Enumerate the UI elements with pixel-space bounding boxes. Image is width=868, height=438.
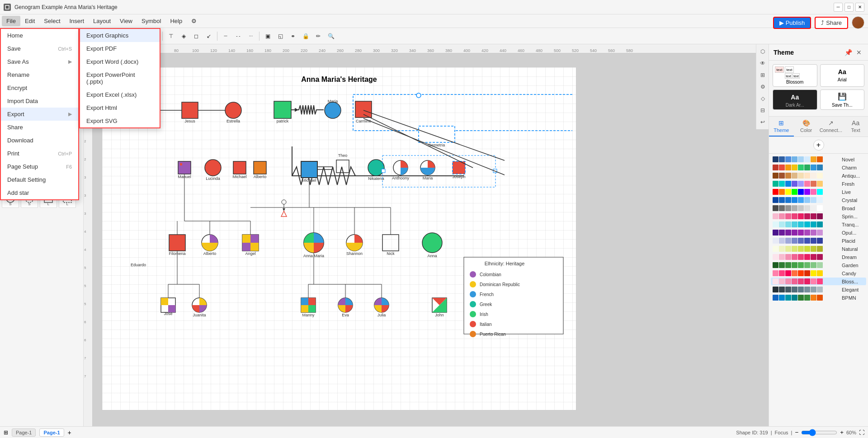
sidebar-icon-7[interactable]: ↩ bbox=[757, 117, 768, 127]
menu-file[interactable]: File bbox=[2, 16, 20, 26]
tab-text[interactable]: Aa Text bbox=[843, 117, 868, 137]
export-pdf[interactable]: Export PDF bbox=[80, 42, 160, 55]
search-btn[interactable]: 🔍 bbox=[325, 30, 337, 42]
minimize-btn[interactable]: ─ bbox=[834, 3, 843, 12]
shape2-btn[interactable]: ◱ bbox=[274, 30, 286, 42]
color-scheme-row[interactable]: Placid bbox=[771, 237, 866, 245]
page-grid-btn[interactable]: ⊞ bbox=[4, 429, 8, 436]
color-scheme-row[interactable]: Antiqu... bbox=[771, 172, 866, 179]
add-page-btn[interactable]: + bbox=[68, 429, 71, 436]
menu-rename[interactable]: Rename bbox=[1, 68, 78, 81]
menu-edit[interactable]: Edit bbox=[20, 16, 39, 26]
color-scheme-row[interactable]: Sprin... bbox=[771, 212, 866, 220]
connect-btn[interactable]: ⚭ bbox=[287, 30, 299, 42]
color-swatches bbox=[773, 270, 840, 276]
blossom-card[interactable]: text text text text Blossom bbox=[773, 64, 817, 87]
color-swatch bbox=[779, 287, 785, 292]
menu-select[interactable]: Select bbox=[39, 16, 65, 26]
close-btn[interactable]: ✕ bbox=[855, 3, 864, 12]
edit-btn[interactable]: ✏ bbox=[312, 30, 324, 42]
fullscreen-btn[interactable]: ⛶ bbox=[859, 429, 864, 436]
export-excel[interactable]: Export Excel (.xlsx) bbox=[80, 88, 160, 101]
canvas-area[interactable]: 0 20 40 60 80 100 120 140 160 180 200 22… bbox=[84, 44, 769, 426]
line-style-btn[interactable]: ─ bbox=[220, 30, 231, 42]
color-scheme-row[interactable]: Garden bbox=[771, 261, 866, 269]
menu-layout[interactable]: Layout bbox=[89, 16, 115, 26]
menu-symbol[interactable]: Symbol bbox=[137, 16, 165, 26]
panel-close-btn[interactable]: ✕ bbox=[854, 48, 863, 57]
menu-page-setup[interactable]: Page Setup F6 bbox=[1, 160, 78, 173]
color-scheme-row[interactable]: Broad bbox=[771, 204, 866, 212]
export-pptx[interactable]: Export PowerPoint (.pptx) bbox=[80, 68, 160, 88]
tab-connect[interactable]: ↗ Connect... bbox=[819, 117, 844, 137]
menu-default-setting[interactable]: Default Setting bbox=[1, 173, 78, 186]
dot-style-btn[interactable]: ··· bbox=[245, 30, 257, 42]
sidebar-icon-1[interactable]: ⬡ bbox=[757, 46, 768, 57]
menu-save[interactable]: Save Ctrl+S bbox=[1, 42, 78, 55]
menu-extra[interactable]: ⚙ bbox=[187, 16, 201, 26]
shadow-btn[interactable]: ▣ bbox=[262, 30, 274, 42]
menu-import-data[interactable]: Import Data bbox=[1, 94, 78, 108]
canvas-content[interactable]: Anna Maria's Heritage Benita Jesus Estre… bbox=[93, 53, 769, 426]
export-html[interactable]: Export Html bbox=[80, 101, 160, 114]
maximize-btn[interactable]: □ bbox=[844, 3, 854, 12]
page-tab-1[interactable]: Page-1 bbox=[12, 429, 36, 437]
sidebar-icon-3[interactable]: ⊞ bbox=[757, 70, 768, 80]
menu-download[interactable]: Download bbox=[1, 134, 78, 147]
color-scheme-row[interactable]: BPMN bbox=[771, 294, 866, 301]
sidebar-icon-6[interactable]: ⊟ bbox=[757, 105, 768, 116]
arial-card[interactable]: Aa Arial bbox=[820, 64, 865, 87]
color-scheme-row[interactable]: Dream bbox=[771, 253, 866, 261]
sidebar-icon-5[interactable]: ◇ bbox=[757, 93, 768, 104]
stroke-btn[interactable]: ◻ bbox=[190, 30, 202, 42]
color-swatch bbox=[798, 287, 804, 292]
fill-btn[interactable]: ◈ bbox=[178, 30, 189, 42]
menu-export[interactable]: Export ▶ bbox=[1, 108, 78, 121]
menu-add-star[interactable]: Add star bbox=[1, 186, 78, 199]
color-scheme-row[interactable]: Novel bbox=[771, 155, 866, 163]
publish-button[interactable]: ▶ Publish bbox=[773, 17, 811, 29]
page-tab-2[interactable]: Page-1 bbox=[39, 429, 64, 437]
canvas-paper[interactable]: Anna Maria's Heritage Benita Jesus Estre… bbox=[102, 67, 576, 410]
tab-color[interactable]: 🎨 Color bbox=[794, 117, 819, 137]
panel-pin-btn[interactable]: 📌 bbox=[844, 48, 853, 57]
color-scheme-row[interactable]: Live bbox=[771, 188, 866, 196]
zoom-slider[interactable] bbox=[801, 429, 837, 436]
color-scheme-row[interactable]: Bloss... bbox=[771, 278, 866, 285]
corner-btn[interactable]: ↙ bbox=[203, 30, 215, 42]
sidebar-icon-2[interactable]: 👁 bbox=[757, 58, 768, 69]
export-graphics[interactable]: Export Graphics bbox=[80, 29, 160, 42]
svg-text:Estrella: Estrella bbox=[226, 119, 240, 123]
menu-print[interactable]: Print Ctrl+P bbox=[1, 147, 78, 160]
color-scheme-row[interactable]: Candy bbox=[771, 269, 866, 277]
color-scheme-row[interactable]: Charm bbox=[771, 164, 866, 171]
tab-theme[interactable]: ⊞ Theme bbox=[769, 117, 794, 137]
sidebar-icon-4[interactable]: ⚙ bbox=[757, 81, 768, 92]
menu-view[interactable]: View bbox=[115, 16, 137, 26]
color-scheme-row[interactable]: Crystal bbox=[771, 196, 866, 204]
lock-btn[interactable]: 🔒 bbox=[300, 30, 311, 42]
add-theme-button[interactable]: + bbox=[813, 140, 824, 151]
text-top-btn[interactable]: ⊤ bbox=[165, 30, 177, 42]
zoom-out-btn[interactable]: − bbox=[795, 429, 798, 436]
color-scheme-row[interactable]: Fresh bbox=[771, 180, 866, 188]
menu-home[interactable]: Home bbox=[1, 29, 78, 42]
scheme-name: Natural bbox=[842, 246, 864, 252]
export-word[interactable]: Export Word (.docx) bbox=[80, 55, 160, 68]
menu-save-as[interactable]: Save As ▶ bbox=[1, 55, 78, 68]
color-scheme-row[interactable]: Elegant bbox=[771, 286, 866, 293]
color-scheme-row[interactable]: Tranq... bbox=[771, 221, 866, 228]
share-button[interactable]: ⤴ Share bbox=[815, 17, 848, 29]
export-svg[interactable]: Export SVG bbox=[80, 114, 160, 127]
color-scheme-row[interactable]: Opul... bbox=[771, 229, 866, 236]
dark-card[interactable]: Aa Dark Ar... bbox=[773, 89, 817, 110]
menu-share[interactable]: Share bbox=[1, 121, 78, 134]
user-avatar[interactable] bbox=[852, 16, 864, 29]
menu-encrypt[interactable]: Encrypt bbox=[1, 81, 78, 94]
zoom-in-btn[interactable]: + bbox=[840, 429, 844, 436]
menu-help[interactable]: Help bbox=[165, 16, 187, 26]
menu-insert[interactable]: Insert bbox=[65, 16, 89, 26]
save-card[interactable]: 💾 Save Th... bbox=[820, 89, 865, 110]
dash-style-btn[interactable]: - - bbox=[232, 30, 244, 42]
color-scheme-row[interactable]: Natural bbox=[771, 245, 866, 253]
